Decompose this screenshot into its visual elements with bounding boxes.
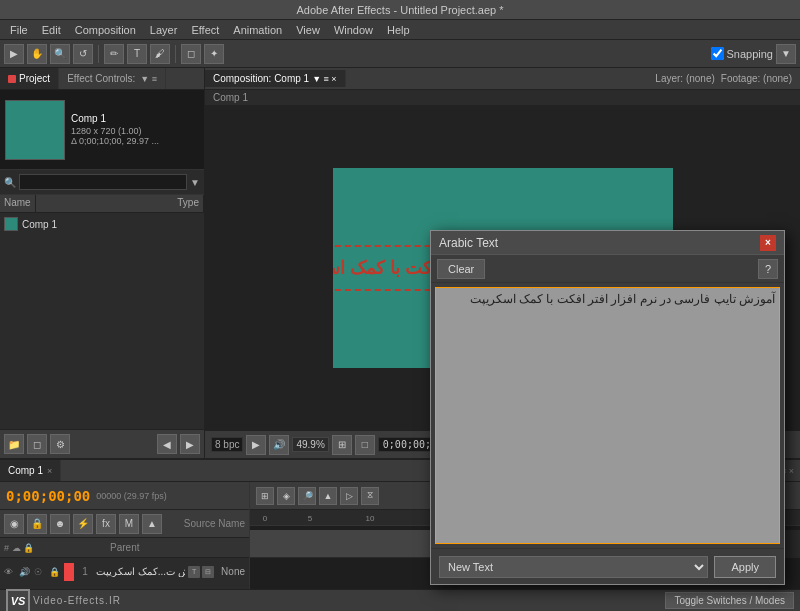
dialog-title-bar: Arabic Text × bbox=[431, 231, 784, 255]
zoom-level[interactable]: 49.9% bbox=[292, 437, 328, 452]
snapping-options[interactable]: ▼ bbox=[776, 44, 796, 64]
tl-tool-4[interactable]: ▲ bbox=[319, 487, 337, 505]
view-options[interactable]: ⊞ bbox=[332, 435, 352, 455]
comp-thumbnail bbox=[5, 100, 65, 160]
help-button[interactable]: ? bbox=[758, 259, 778, 279]
tl-tool-5[interactable]: ▷ bbox=[340, 487, 358, 505]
toolbar-sep-2 bbox=[175, 45, 176, 63]
tab-comp1[interactable]: Comp 1 × bbox=[0, 460, 61, 481]
col-header-name: Name bbox=[0, 195, 36, 212]
snapping-area: Snapping ▼ bbox=[711, 44, 797, 64]
zoom-tool[interactable]: 🔍 bbox=[50, 44, 70, 64]
layer-number: 1 bbox=[77, 566, 93, 577]
bpc-indicator[interactable]: 8 bpc bbox=[211, 437, 243, 452]
comp-tab-main[interactable]: Composition: Comp 1 ▼ ≡ × bbox=[205, 70, 346, 87]
comp-breadcrumb: Comp 1 bbox=[205, 90, 800, 106]
file-list: Name Type Comp 1 bbox=[0, 195, 204, 429]
title-bar: Adobe After Effects - Untitled Project.a… bbox=[0, 0, 800, 20]
layer-row-left: 👁 🔊 ☉ 🔒 1 اموزش ت...کمک اسکریپت T ⊟ None bbox=[0, 558, 250, 586]
layer-lock-icon[interactable]: 🔒 bbox=[49, 567, 61, 577]
new-folder-btn[interactable]: 📁 bbox=[4, 434, 24, 454]
layer-color-swatch bbox=[64, 563, 74, 581]
pen-tool[interactable]: ✏ bbox=[104, 44, 124, 64]
dialog-toolbar: Clear ? bbox=[431, 255, 784, 283]
comp-tabs: Composition: Comp 1 ▼ ≡ × Layer: (none) … bbox=[205, 68, 800, 90]
comp-tab-info: Layer: (none) Footage: (none) bbox=[647, 68, 800, 89]
adjust-btn[interactable]: ▲ bbox=[142, 514, 162, 534]
comp-file-icon bbox=[4, 217, 18, 231]
menu-bar: File Edit Composition Layer Effect Anima… bbox=[0, 20, 800, 40]
tl-tool-3[interactable]: 🔎 bbox=[298, 487, 316, 505]
motion-btn[interactable]: M bbox=[119, 514, 139, 534]
filter-icon[interactable]: ▼ bbox=[190, 177, 200, 188]
clear-button[interactable]: Clear bbox=[437, 259, 485, 279]
apply-button[interactable]: Apply bbox=[714, 556, 776, 578]
fx-btn[interactable]: fx bbox=[96, 514, 116, 534]
layer-visibility-icon[interactable]: 👁 bbox=[4, 567, 16, 577]
layer-audio-icon[interactable]: 🔊 bbox=[19, 567, 31, 577]
layer-solo-icon[interactable]: ☉ bbox=[34, 567, 46, 577]
new-text-select[interactable]: New Text bbox=[439, 556, 708, 578]
menu-view[interactable]: View bbox=[290, 22, 326, 38]
menu-file[interactable]: File bbox=[4, 22, 34, 38]
project-thumbnail: Comp 1 1280 x 720 (1.00) Δ 0;00;10;00, 2… bbox=[0, 90, 204, 170]
new-comp-btn[interactable]: ◻ bbox=[27, 434, 47, 454]
arrow-right-btn[interactable]: ▶ bbox=[180, 434, 200, 454]
main-toolbar: ▶ ✋ 🔍 ↺ ✏ T 🖌 ◻ ✦ Snapping ▼ bbox=[0, 40, 800, 68]
col-header-type: Type bbox=[173, 195, 204, 212]
logo-icon: VS bbox=[6, 589, 30, 612]
project-footer: 📁 ◻ ⚙ ◀ ▶ bbox=[0, 429, 204, 458]
tl-tool-1[interactable]: ⊞ bbox=[256, 487, 274, 505]
snapping-checkbox[interactable] bbox=[711, 47, 724, 60]
source-name-header: Source Name bbox=[184, 518, 245, 529]
layer-switch-2[interactable]: ⊟ bbox=[202, 566, 214, 578]
solo-btn[interactable]: ◉ bbox=[4, 514, 24, 534]
panel-tabs: Project Effect Controls: ▼ ≡ bbox=[0, 68, 204, 90]
lock-btn[interactable]: 🔒 bbox=[27, 514, 47, 534]
menu-animation[interactable]: Animation bbox=[227, 22, 288, 38]
search-input[interactable] bbox=[19, 174, 187, 190]
snapping-label: Snapping bbox=[727, 48, 774, 60]
text-tool[interactable]: T bbox=[127, 44, 147, 64]
menu-composition[interactable]: Composition bbox=[69, 22, 142, 38]
dialog-close-button[interactable]: × bbox=[760, 235, 776, 251]
toggle-switches-btn[interactable]: Toggle Switches / Modes bbox=[665, 592, 794, 609]
comp-audio-btn[interactable]: 🔊 bbox=[269, 435, 289, 455]
logo-text: Video-Effects.IR bbox=[33, 595, 121, 606]
transparency-toggle[interactable]: □ bbox=[355, 435, 375, 455]
menu-edit[interactable]: Edit bbox=[36, 22, 67, 38]
timeline-tab-close[interactable]: × bbox=[47, 466, 52, 476]
tl-tool-2[interactable]: ◈ bbox=[277, 487, 295, 505]
layer-switch-1[interactable]: T bbox=[188, 566, 200, 578]
select-tool[interactable]: ▶ bbox=[4, 44, 24, 64]
mask-tool[interactable]: ◻ bbox=[181, 44, 201, 64]
parent-value: None bbox=[221, 566, 245, 577]
arabic-text-dialog[interactable]: Arabic Text × Clear ? New Text Apply bbox=[430, 230, 785, 585]
hand-tool[interactable]: ✋ bbox=[27, 44, 47, 64]
tl-fps: 00000 (29.97 fps) bbox=[96, 491, 167, 501]
menu-window[interactable]: Window bbox=[328, 22, 379, 38]
tl-timecode[interactable]: 0;00;00;00 bbox=[6, 488, 90, 504]
arabic-text-input[interactable] bbox=[435, 287, 780, 544]
list-item[interactable]: Comp 1 bbox=[0, 213, 204, 235]
comp-preview-btn[interactable]: ▶ bbox=[246, 435, 266, 455]
file-list-header: Name Type bbox=[0, 195, 204, 213]
rotate-tool[interactable]: ↺ bbox=[73, 44, 93, 64]
tab-effect-controls[interactable]: Effect Controls: ▼ ≡ bbox=[59, 68, 166, 89]
quality-btn[interactable]: ⚡ bbox=[73, 514, 93, 534]
brush-tool[interactable]: 🖌 bbox=[150, 44, 170, 64]
logo-area: VS Video-Effects.IR bbox=[6, 589, 121, 612]
arrow-left-btn[interactable]: ◀ bbox=[157, 434, 177, 454]
layer-icons-group: T ⊟ bbox=[188, 566, 214, 578]
project-tab-icon bbox=[8, 75, 16, 83]
layer-duration-bar bbox=[250, 530, 450, 557]
puppet-tool[interactable]: ✦ bbox=[204, 44, 224, 64]
project-settings-btn[interactable]: ⚙ bbox=[50, 434, 70, 454]
comp-info-name: Comp 1 bbox=[71, 113, 159, 124]
tl-tool-6[interactable]: ⧖ bbox=[361, 487, 379, 505]
menu-layer[interactable]: Layer bbox=[144, 22, 184, 38]
menu-effect[interactable]: Effect bbox=[185, 22, 225, 38]
menu-help[interactable]: Help bbox=[381, 22, 416, 38]
tab-project[interactable]: Project bbox=[0, 68, 59, 89]
shy-btn[interactable]: ☻ bbox=[50, 514, 70, 534]
